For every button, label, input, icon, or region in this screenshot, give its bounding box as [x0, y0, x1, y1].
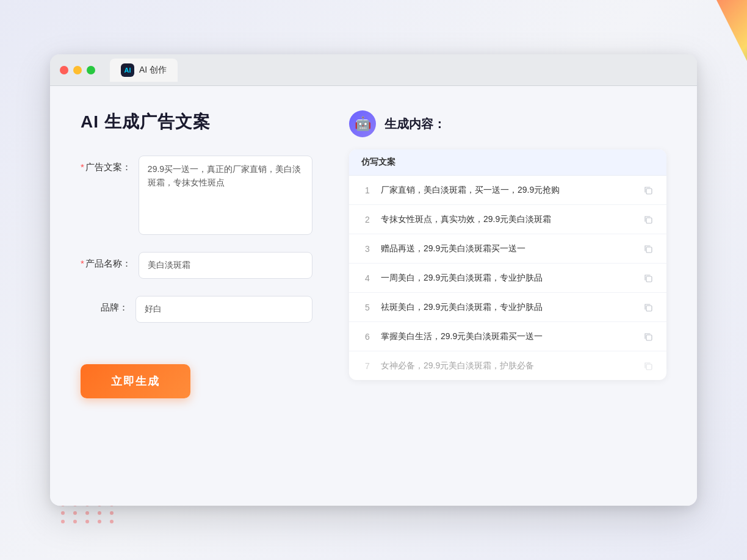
brand-label: 品牌： — [81, 296, 135, 314]
table-row: 1厂家直销，美白淡斑霜，买一送一，29.9元抢购 — [349, 176, 666, 205]
table-row: 6掌握美白生活，29.9元美白淡斑霜买一送一 — [349, 322, 666, 351]
copy-icon[interactable] — [642, 243, 654, 255]
ai-tab[interactable]: AI AI 创作 — [110, 59, 178, 82]
table-row: 2专抹女性斑点，真实功效，29.9元美白淡斑霜 — [349, 205, 666, 234]
svg-rect-0 — [646, 188, 652, 194]
svg-rect-4 — [646, 306, 652, 311]
row-number: 5 — [361, 303, 374, 312]
result-header: 生成内容： — [349, 110, 666, 137]
browser-window: AI AI 创作 AI 生成广告文案 *广告文案： *产品名称： — [50, 54, 697, 506]
left-panel: AI 生成广告文案 *广告文案： *产品名称： 品牌： 立 — [81, 110, 312, 481]
row-text: 女神必备，29.9元美白淡斑霜，护肤必备 — [381, 359, 635, 372]
copy-icon[interactable] — [642, 301, 654, 314]
dot-decoration-bl — [61, 503, 117, 523]
minimize-button[interactable] — [73, 66, 82, 74]
row-number: 3 — [361, 244, 374, 254]
row-text: 厂家直销，美白淡斑霜，买一送一，29.9元抢购 — [381, 184, 635, 196]
svg-rect-1 — [646, 218, 652, 223]
copy-icon[interactable] — [642, 331, 654, 343]
row-number: 2 — [361, 215, 374, 224]
row-number: 7 — [361, 361, 374, 371]
right-panel: 生成内容： 仿写文案 1厂家直销，美白淡斑霜，买一送一，29.9元抢购 2专抹女… — [349, 110, 666, 481]
row-number: 6 — [361, 332, 374, 342]
product-name-group: *产品名称： — [81, 252, 312, 279]
svg-rect-6 — [646, 364, 652, 370]
close-button[interactable] — [60, 66, 68, 74]
required-mark-2: * — [81, 258, 84, 268]
svg-rect-3 — [646, 276, 652, 282]
row-text: 赠品再送，29.9元美白淡斑霜买一送一 — [381, 242, 635, 255]
svg-rect-5 — [646, 335, 652, 340]
svg-rect-2 — [646, 247, 652, 253]
row-text: 祛斑美白，29.9元美白淡斑霜，专业护肤品 — [381, 301, 635, 314]
traffic-lights — [60, 66, 95, 74]
table-header: 仿写文案 — [349, 149, 666, 176]
ad-copy-label: *广告文案： — [81, 156, 139, 173]
copy-icon[interactable] — [642, 184, 654, 196]
copy-icon[interactable] — [642, 272, 654, 284]
copy-icon[interactable] — [642, 360, 654, 372]
content-area: AI 生成广告文案 *广告文案： *产品名称： 品牌： 立 — [50, 86, 697, 506]
ad-copy-group: *广告文案： — [81, 156, 312, 235]
table-row: 4一周美白，29.9元美白淡斑霜，专业护肤品 — [349, 264, 666, 293]
robot-icon — [349, 110, 376, 137]
row-text: 专抹女性斑点，真实功效，29.9元美白淡斑霜 — [381, 213, 635, 226]
ai-tab-icon: AI — [121, 63, 134, 77]
generate-button[interactable]: 立即生成 — [81, 364, 190, 398]
table-row: 3赠品再送，29.9元美白淡斑霜买一送一 — [349, 234, 666, 264]
result-table: 仿写文案 1厂家直销，美白淡斑霜，买一送一，29.9元抢购 2专抹女性斑点，真实… — [349, 149, 666, 380]
tab-label: AI 创作 — [139, 65, 167, 76]
ad-copy-input[interactable] — [139, 156, 312, 235]
product-name-input[interactable] — [139, 252, 312, 279]
result-title: 生成内容： — [384, 116, 446, 132]
table-rows-container: 1厂家直销，美白淡斑霜，买一送一，29.9元抢购 2专抹女性斑点，真实功效，29… — [349, 176, 666, 380]
page-title: AI 生成广告文案 — [81, 110, 312, 134]
row-text: 一周美白，29.9元美白淡斑霜，专业护肤品 — [381, 271, 635, 284]
copy-icon[interactable] — [642, 214, 654, 226]
product-name-label: *产品名称： — [81, 252, 139, 270]
brand-group: 品牌： — [81, 296, 312, 323]
row-text: 掌握美白生活，29.9元美白淡斑霜买一送一 — [381, 330, 635, 343]
table-row: 7女神必备，29.9元美白淡斑霜，护肤必备 — [349, 351, 666, 380]
row-number: 1 — [361, 185, 374, 195]
brand-input[interactable] — [135, 296, 312, 323]
row-number: 4 — [361, 273, 374, 283]
table-row: 5祛斑美白，29.9元美白淡斑霜，专业护肤品 — [349, 293, 666, 322]
title-bar: AI AI 创作 — [50, 54, 697, 86]
required-mark-1: * — [81, 162, 84, 172]
maximize-button[interactable] — [87, 66, 95, 74]
